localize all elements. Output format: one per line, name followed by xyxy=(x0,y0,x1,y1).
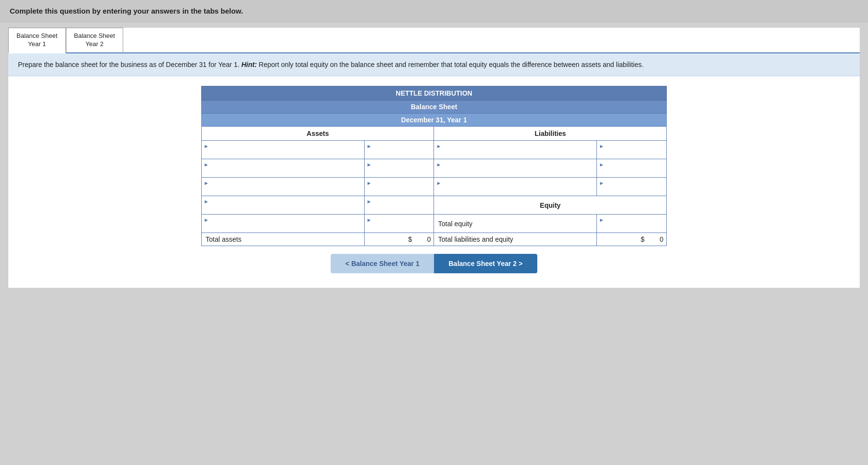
arrow-indicator-a1: ► xyxy=(367,143,372,149)
company-name-row: NETTLE DISTRIBUTION xyxy=(202,86,667,100)
asset-value-2: ► xyxy=(364,159,434,178)
total-le-value: 0 xyxy=(659,235,663,243)
prev-button[interactable]: < Balance Sheet Year 1 xyxy=(331,254,434,273)
asset-label-1: ► xyxy=(202,141,365,159)
arrow-indicator-l2: ► xyxy=(436,162,441,167)
date-row: December 31, Year 1 xyxy=(202,114,667,127)
total-assets-dollar-sign: $ xyxy=(408,235,412,243)
arrow-indicator-l1: ► xyxy=(436,143,441,149)
asset-label-2: ► xyxy=(202,159,365,178)
total-le-dollar-sign: $ xyxy=(641,235,644,243)
total-assets-dollar: $ 0 xyxy=(364,233,434,246)
asset-value-input-5[interactable] xyxy=(367,223,432,232)
totals-row: Total assets $ 0 Total liabilities and e… xyxy=(202,233,667,246)
hint-prefix: Prepare the balance sheet for the busine… xyxy=(18,61,241,68)
asset-label-5: ► xyxy=(202,215,365,233)
liability-label-input-1[interactable] xyxy=(436,149,595,158)
asset-value-input-3[interactable] xyxy=(367,186,432,195)
table-row: ► ► ► ► xyxy=(202,141,667,159)
liability-value-3: ► xyxy=(597,178,667,196)
tabs-container: Balance Sheet Year 1 Balance Sheet Year … xyxy=(8,28,860,53)
asset-label-input-3[interactable] xyxy=(204,186,362,195)
asset-value-input-4[interactable] xyxy=(367,205,432,213)
liability-label-input-2[interactable] xyxy=(436,168,595,176)
equity-header-cell: Equity xyxy=(434,196,667,215)
arrow-indicator-a3: ► xyxy=(367,180,372,186)
liability-label-3: ► xyxy=(434,178,597,196)
instruction-text: Complete this question by entering your … xyxy=(10,7,243,15)
arrow-indicator-a5: ► xyxy=(367,217,372,223)
liabilities-header: Liabilities xyxy=(434,127,667,141)
arrow-indicator-lv3: ► xyxy=(599,180,604,186)
arrow-indicator-lv1: ► xyxy=(599,143,604,149)
balance-sheet-table: NETTLE DISTRIBUTION Balance Sheet Decemb… xyxy=(201,86,667,246)
asset-value-5: ► xyxy=(364,215,434,233)
arrow-indicator-lv2: ► xyxy=(599,162,604,167)
arrow-indicator-1: ► xyxy=(204,143,209,149)
arrow-indicator-2: ► xyxy=(204,162,209,167)
arrow-indicator-a2: ► xyxy=(367,162,372,167)
total-equity-input[interactable] xyxy=(599,223,664,232)
asset-value-input-2[interactable] xyxy=(367,168,432,176)
asset-value-input-1[interactable] xyxy=(367,149,432,158)
tab1-line2: Year 1 xyxy=(28,40,46,48)
next-button[interactable]: Balance Sheet Year 2 > xyxy=(434,254,537,273)
asset-value-3: ► xyxy=(364,178,434,196)
arrow-indicator-l3: ► xyxy=(436,180,441,186)
liability-value-input-3[interactable] xyxy=(599,186,664,195)
total-equity-row: ► ► Total equity ► xyxy=(202,215,667,233)
total-assets-label: Total assets xyxy=(202,233,365,246)
company-name-cell: NETTLE DISTRIBUTION xyxy=(202,86,667,100)
asset-label-input-5[interactable] xyxy=(204,223,362,232)
liability-value-input-1[interactable] xyxy=(599,149,664,158)
arrow-indicator-3: ► xyxy=(204,180,209,186)
total-assets-value: 0 xyxy=(427,235,431,243)
liability-value-1: ► xyxy=(597,141,667,159)
liability-label-input-3[interactable] xyxy=(436,186,595,195)
tab2-line1: Balance Sheet xyxy=(74,32,115,39)
arrow-indicator-4: ► xyxy=(204,199,209,204)
arrow-indicator-5: ► xyxy=(204,217,209,223)
assets-header: Assets xyxy=(202,127,434,141)
liability-label-2: ► xyxy=(434,159,597,178)
total-equity-label: Total equity xyxy=(434,215,597,233)
asset-value-1: ► xyxy=(364,141,434,159)
tab-balance-sheet-year1[interactable]: Balance Sheet Year 1 xyxy=(8,28,66,53)
asset-value-4: ► xyxy=(364,196,434,215)
asset-label-input-1[interactable] xyxy=(204,149,362,158)
table-row: ► ► ► ► xyxy=(202,178,667,196)
asset-label-4: ► xyxy=(202,196,365,215)
total-liabilities-equity-label: Total liabilities and equity xyxy=(434,233,597,246)
asset-label-3: ► xyxy=(202,178,365,196)
statement-title-cell: Balance Sheet xyxy=(202,100,667,114)
liability-value-2: ► xyxy=(597,159,667,178)
equity-section-row: ► ► Equity xyxy=(202,196,667,215)
total-liabilities-equity-dollar: $ 0 xyxy=(597,233,667,246)
navigation-buttons: < Balance Sheet Year 1 Balance Sheet Yea… xyxy=(18,246,850,283)
tab1-line1: Balance Sheet xyxy=(16,32,58,39)
asset-label-input-2[interactable] xyxy=(204,168,362,176)
arrow-indicator-lve: ► xyxy=(599,217,604,223)
date-cell: December 31, Year 1 xyxy=(202,114,667,127)
col-header-row: Assets Liabilities xyxy=(202,127,667,141)
hint-box: Prepare the balance sheet for the busine… xyxy=(8,53,860,76)
hint-suffix: Report only total equity on the balance … xyxy=(257,61,643,68)
liability-value-input-2[interactable] xyxy=(599,168,664,176)
balance-sheet-section: NETTLE DISTRIBUTION Balance Sheet Decemb… xyxy=(8,76,860,288)
tab2-line2: Year 2 xyxy=(85,40,103,48)
asset-label-input-4[interactable] xyxy=(204,205,362,213)
tab-balance-sheet-year2[interactable]: Balance Sheet Year 2 xyxy=(66,28,124,52)
total-equity-value: ► xyxy=(597,215,667,233)
table-row: ► ► ► ► xyxy=(202,159,667,178)
hint-label: Hint: xyxy=(241,61,257,68)
statement-title-row: Balance Sheet xyxy=(202,100,667,114)
liability-label-1: ► xyxy=(434,141,597,159)
arrow-indicator-a4: ► xyxy=(367,199,372,204)
